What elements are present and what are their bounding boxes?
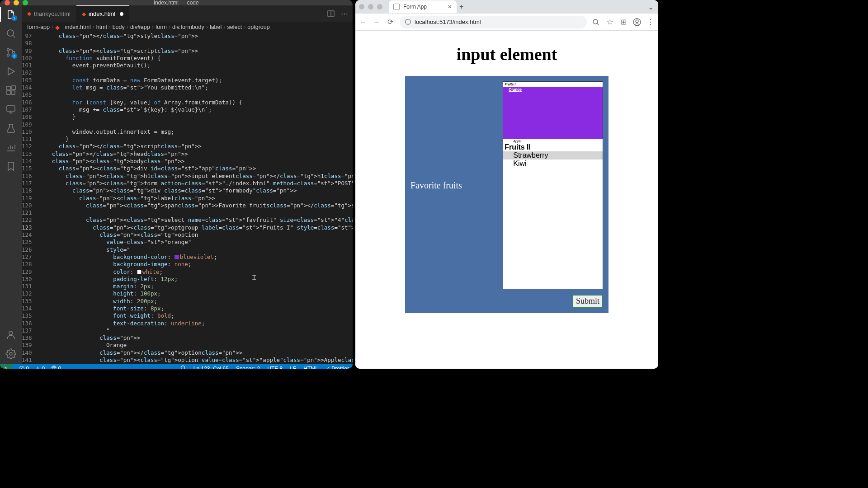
tab-label: index.html [89, 10, 115, 17]
profile-icon[interactable] [633, 18, 641, 26]
browser-window: Form App ✕ + ⌄ ← → ⟳ ⓘ localhost:5173/in… [355, 0, 658, 369]
window-zoom-icon[interactable] [377, 4, 382, 9]
svg-point-13 [181, 366, 184, 369]
source-control-icon[interactable]: 3 [5, 47, 16, 58]
optgroup-label: Fruits I [503, 82, 603, 87]
search-icon[interactable] [5, 28, 16, 39]
submit-button[interactable]: Submit [572, 295, 603, 308]
code-editor[interactable]: 9798991001011021031041051061071081091101… [22, 33, 353, 364]
html-file-icon: ◆ [27, 10, 31, 17]
explorer-badge: 1 [11, 15, 17, 21]
option-strawberry[interactable]: Strawberry [503, 151, 603, 160]
browser-tabstrip: Form App ✕ + ⌄ [355, 0, 658, 14]
port-forward-icon[interactable]: 0 [51, 366, 61, 369]
menu-icon[interactable]: ⋮ [646, 18, 655, 26]
svg-point-16 [636, 20, 638, 23]
text-cursor-icon: Ꮖ [252, 274, 256, 281]
warning-count[interactable]: ⚠ 0 [35, 366, 45, 369]
window-close-icon[interactable] [359, 4, 364, 9]
encoding[interactable]: UTF-8 [267, 366, 283, 369]
page-title: input element [364, 44, 649, 64]
settings-gear-icon[interactable] [5, 348, 16, 359]
svg-point-2 [7, 54, 9, 56]
svg-point-0 [7, 30, 14, 36]
svg-rect-6 [11, 91, 15, 94]
browser-toolbar: ← → ⟳ ⓘ localhost:5173/index.html ☆ ⊞ ⋮ [355, 14, 658, 31]
forward-icon[interactable]: → [373, 18, 381, 26]
graph-icon[interactable] [5, 142, 16, 153]
remote-explorer-icon[interactable] [5, 104, 16, 115]
scm-badge: 3 [11, 53, 17, 59]
extensions-icon[interactable] [5, 85, 16, 96]
url-text: localhost:5173/index.html [415, 19, 481, 25]
form-label: Favorite fruits [410, 180, 503, 191]
remote-indicator-icon[interactable] [0, 364, 12, 369]
editor-tabs: ◆ thankyou.html ◆ index.html ⋯ [22, 5, 353, 22]
explorer-icon[interactable]: 1 [5, 9, 16, 20]
chevron-down-icon[interactable]: ⌄ [648, 3, 654, 11]
extensions-puzzle-icon[interactable]: ⊞ [619, 18, 627, 26]
tab-index[interactable]: ◆ index.html [76, 5, 129, 22]
fruit-select[interactable]: Fruits I Orange Apple Fruits II Strawber… [503, 81, 603, 289]
close-tab-icon[interactable]: ✕ [448, 4, 452, 10]
error-count[interactable]: ⓧ 0 [19, 365, 29, 369]
activity-bar: 1 3 [0, 5, 22, 364]
address-bar[interactable]: ⓘ localhost:5173/index.html [400, 16, 587, 28]
bookmark-icon[interactable] [5, 161, 16, 172]
more-actions-icon[interactable]: ⋯ [341, 9, 348, 18]
vscode-window: index.html — code 1 3 [0, 0, 353, 369]
site-info-icon[interactable]: ⓘ [405, 18, 411, 26]
run-debug-icon[interactable] [5, 66, 16, 77]
html-file-icon: ◆ [82, 11, 86, 17]
language-mode[interactable]: HTML [303, 366, 318, 369]
page-content: input element Favorite fruits Fruits I O… [355, 31, 658, 369]
vscode-titlebar: index.html — code [0, 0, 353, 5]
svg-rect-8 [7, 106, 15, 111]
svg-rect-5 [7, 91, 10, 94]
svg-point-9 [9, 331, 13, 335]
option-kiwi[interactable]: Kiwi [503, 160, 603, 168]
window-minimize-icon[interactable] [368, 4, 373, 9]
testing-icon[interactable] [5, 123, 16, 134]
browser-tab-title: Form App [403, 4, 427, 10]
browser-tab[interactable]: Form App ✕ [389, 0, 457, 13]
optgroup-label: Fruits II [503, 143, 603, 151]
account-icon[interactable] [5, 329, 16, 340]
cursor-position[interactable]: Ln 123, Col 65 [193, 366, 229, 369]
new-tab-icon[interactable]: + [459, 3, 463, 11]
zoom-icon[interactable] [592, 19, 600, 26]
svg-rect-4 [7, 86, 10, 90]
option-apple[interactable]: Apple [503, 139, 603, 143]
reload-icon[interactable]: ⟳ [386, 18, 394, 26]
indent-setting[interactable]: Spaces: 2 [236, 366, 260, 369]
tab-label: thankyou.html [34, 10, 71, 17]
tab-thankyou[interactable]: ◆ thankyou.html [22, 5, 76, 22]
eol[interactable]: LF [290, 366, 296, 369]
status-bar: ⓧ 0 ⚠ 0 0 Ln 123, Col 65 Spaces: 2 UTF-8… [0, 364, 353, 369]
svg-point-1 [7, 49, 9, 51]
split-editor-icon[interactable] [327, 10, 335, 17]
back-icon[interactable]: ← [359, 18, 367, 26]
svg-point-10 [9, 352, 12, 355]
breadcrumb[interactable]: form-app› ◆ index.html› html› body› div#… [22, 22, 353, 33]
favicon-icon [393, 4, 400, 10]
svg-point-12 [53, 367, 55, 369]
status-search-icon[interactable] [180, 365, 186, 369]
window-title: index.html — code [0, 0, 353, 6]
form-container: Favorite fruits Fruits I Orange Apple Fr… [405, 76, 609, 313]
prettier-status[interactable]: ✓ Prettier [326, 366, 349, 369]
bookmark-star-icon[interactable]: ☆ [606, 18, 614, 26]
modified-dot-icon [120, 12, 123, 16]
option-orange[interactable]: Orange [503, 87, 603, 139]
svg-rect-7 [12, 86, 15, 89]
